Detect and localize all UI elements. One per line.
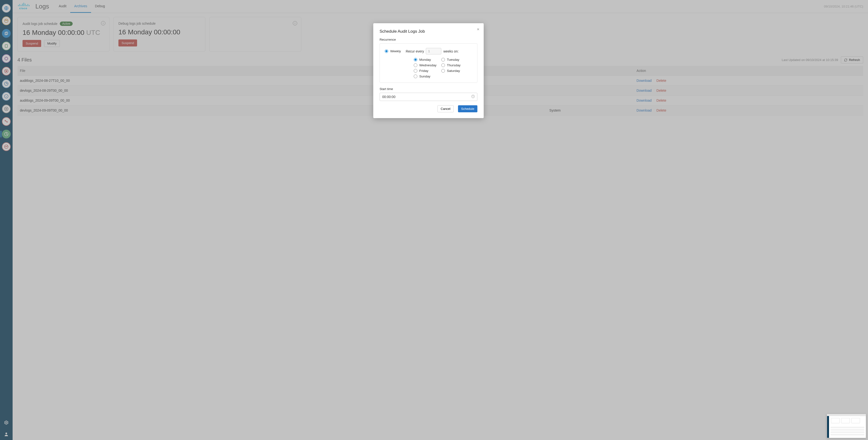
recur-every-input[interactable] [426,48,441,55]
close-button[interactable] [476,27,480,32]
close-icon [476,28,480,31]
day-tuesday[interactable]: Tuesday [441,58,468,62]
preview-thumbnail[interactable] [827,414,866,438]
day-thursday[interactable]: Thursday [441,63,468,67]
modal-title: Schedule Audit Logs Job [379,29,477,34]
day-sunday[interactable]: Sunday [414,74,440,78]
start-time-input[interactable] [379,93,477,101]
day-monday[interactable]: Monday [414,58,440,62]
clock-icon [471,95,475,99]
recurrence-box: Weekly Recur every weeks on: Monday Tues… [379,43,477,83]
day-saturday[interactable]: Saturday [441,69,468,73]
schedule-button[interactable]: Schedule [458,105,477,112]
start-time-label: Start time [379,87,477,91]
day-friday[interactable]: Friday [414,69,440,73]
cancel-button[interactable]: Cancel [438,105,454,112]
schedule-modal: Schedule Audit Logs Job Recurrence Weekl… [373,23,484,118]
weekly-radio[interactable]: Weekly [384,49,401,53]
recurrence-label: Recurrence [379,38,477,41]
day-wednesday[interactable]: Wednesday [414,63,440,67]
days-grid: Monday Tuesday Wednesday Thursday Friday… [414,58,472,78]
recur-every: Recur every weeks on: [406,48,459,55]
